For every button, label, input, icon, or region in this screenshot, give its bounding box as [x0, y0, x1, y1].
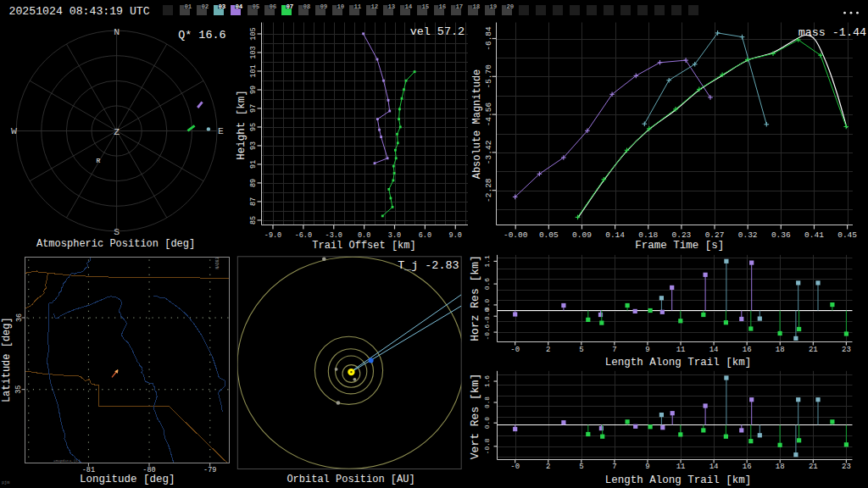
svg-text:-0.6: -0.6: [484, 324, 491, 340]
svg-text:Q* 16.6: Q* 16.6: [178, 29, 225, 42]
svg-text:0.8: 0.8: [484, 396, 491, 408]
svg-text:18: 18: [776, 463, 785, 471]
svg-text:Vert Res [km]: Vert Res [km]: [469, 374, 481, 459]
svg-text:101: 101: [249, 64, 258, 77]
svg-text:18: 18: [472, 3, 480, 10]
svg-text:99: 99: [249, 86, 258, 94]
svg-text:0.27: 0.27: [705, 230, 725, 240]
svg-text:-2.28: -2.28: [484, 178, 493, 202]
svg-text:W: W: [11, 125, 17, 136]
svg-text:Z: Z: [114, 126, 120, 137]
svg-text:2: 2: [546, 346, 550, 354]
svg-text:-4.56: -4.56: [484, 103, 493, 127]
svg-text:0.41: 0.41: [804, 230, 824, 240]
svg-text:-6.84: -6.84: [484, 26, 493, 51]
svg-text:-0.00: -0.00: [504, 230, 528, 240]
svg-text:5: 5: [579, 463, 583, 471]
svg-text:5: 5: [579, 346, 583, 354]
svg-text:=mapdata,(c): =mapdata,(c): [53, 458, 81, 463]
svg-text:0.23: 0.23: [671, 230, 691, 240]
svg-text:mass -1.44: mass -1.44: [798, 26, 866, 39]
svg-text:-79: -79: [203, 466, 216, 474]
svg-text:Atmospheric Position [deg]: Atmospheric Position [deg]: [36, 238, 195, 250]
svg-text:N: N: [114, 26, 120, 37]
svg-text:95: 95: [249, 123, 258, 131]
svg-text:21: 21: [809, 463, 818, 471]
svg-text:87: 87: [249, 197, 258, 206]
svg-text:23: 23: [842, 346, 851, 354]
svg-text:R: R: [96, 157, 100, 164]
svg-text:23: 23: [842, 463, 851, 471]
svg-text:36: 36: [15, 313, 24, 322]
svg-text:7: 7: [612, 463, 616, 471]
svg-text:Latitude [deg]: Latitude [deg]: [1, 317, 13, 402]
svg-text:3.0: 3.0: [388, 231, 401, 240]
svg-text:Orbital Position [AU]: Orbital Position [AU]: [287, 474, 415, 485]
svg-text:-3.42: -3.42: [484, 140, 493, 164]
svg-text:0.36: 0.36: [771, 230, 791, 240]
svg-text:15: 15: [421, 3, 429, 10]
svg-text:NAD83: NAD83: [215, 257, 220, 269]
svg-text:14: 14: [709, 346, 719, 354]
svg-text:07: 07: [286, 3, 293, 10]
svg-text:0.0: 0.0: [484, 417, 491, 429]
svg-text:85: 85: [249, 216, 258, 225]
svg-text:E: E: [218, 125, 224, 136]
svg-text:08: 08: [303, 3, 310, 10]
svg-text:0.09: 0.09: [572, 230, 592, 240]
svg-text:Length Along Trail [km]: Length Along Trail [km]: [605, 474, 752, 486]
svg-text:20251024 08:43:19 UTC: 20251024 08:43:19 UTC: [9, 5, 150, 18]
svg-text:-5.70: -5.70: [484, 64, 493, 89]
svg-text:06: 06: [269, 3, 276, 10]
svg-text:19: 19: [489, 3, 497, 10]
svg-text:-6.0: -6.0: [295, 231, 312, 240]
svg-text:93: 93: [249, 141, 258, 150]
svg-text:18: 18: [776, 346, 785, 354]
svg-text:Absolute Magnitude: Absolute Magnitude: [471, 69, 483, 180]
svg-text:04: 04: [235, 3, 242, 10]
svg-text:97: 97: [249, 104, 258, 113]
svg-text:2: 2: [546, 463, 550, 471]
svg-text:16: 16: [743, 463, 752, 471]
svg-text:16: 16: [743, 346, 752, 354]
svg-text:0.18: 0.18: [638, 230, 658, 240]
svg-text:105: 105: [249, 27, 258, 40]
svg-text:103: 103: [249, 46, 258, 58]
svg-text:13: 13: [387, 3, 395, 10]
svg-text:03: 03: [218, 3, 225, 10]
svg-text:-0: -0: [510, 346, 520, 354]
svg-text:12: 12: [370, 3, 378, 10]
svg-text:T_j -2.83: T_j -2.83: [398, 259, 459, 272]
svg-text:02: 02: [201, 3, 209, 10]
svg-text:0.0: 0.0: [358, 231, 370, 240]
svg-text:Horz Res [km]: Horz Res [km]: [469, 255, 481, 341]
svg-text:14: 14: [709, 463, 719, 471]
svg-text:1.6: 1.6: [484, 375, 491, 387]
svg-text:-0.0: -0.0: [484, 308, 491, 324]
svg-text:S: S: [114, 226, 120, 237]
svg-text:9: 9: [645, 346, 649, 354]
svg-text:0.14: 0.14: [605, 230, 625, 240]
svg-text:0.45: 0.45: [837, 230, 857, 240]
svg-text:pjm: pjm: [2, 480, 9, 485]
svg-text:01: 01: [184, 3, 192, 10]
svg-text:Length Along Trail [km]: Length Along Trail [km]: [605, 357, 752, 369]
svg-text:1.1: 1.1: [484, 255, 491, 267]
svg-text:20: 20: [506, 3, 514, 10]
svg-text:10: 10: [337, 3, 344, 10]
svg-text:-0.8: -0.8: [484, 438, 491, 454]
svg-text:-9.0: -9.0: [264, 231, 281, 240]
svg-text:11: 11: [676, 463, 686, 471]
svg-text:05: 05: [252, 3, 259, 10]
svg-text:Height [km]: Height [km]: [236, 90, 248, 160]
svg-text:9.0: 9.0: [449, 231, 462, 240]
svg-text:11: 11: [676, 346, 686, 354]
svg-text:11: 11: [353, 3, 361, 10]
svg-text:Trail Offset [km]: Trail Offset [km]: [312, 240, 415, 252]
svg-text:09: 09: [320, 3, 327, 10]
svg-text:16: 16: [438, 3, 446, 10]
svg-text:89: 89: [249, 179, 258, 187]
svg-text:17: 17: [455, 3, 463, 10]
svg-text:35: 35: [15, 385, 24, 394]
svg-text:-0: -0: [510, 463, 520, 471]
